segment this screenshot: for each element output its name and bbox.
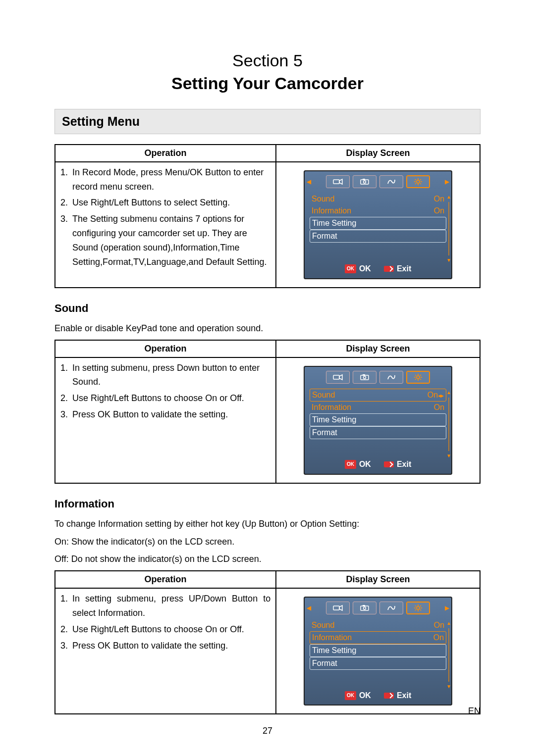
tab-effect-icon [379,602,403,614]
svg-line-11 [415,183,416,184]
scroll-indicator: ▲▼ [447,389,450,460]
svg-line-12 [420,179,421,180]
col-display: Display Screen [276,340,480,357]
lcd-ok: OKOK [345,262,371,275]
lcd-row-info: InformationOn [310,402,446,413]
svg-line-37 [415,609,416,610]
information-intro2: On: Show the indicator(s) on the LCD scr… [54,535,481,549]
information-table: Operation Display Screen 1.In setting su… [54,570,481,714]
information-heading: Information [54,498,481,510]
tab-camera-icon [353,371,376,384]
information-intro1: To change Information setting by either … [54,517,481,531]
nav-right-icon: ▶ [445,177,449,187]
svg-line-23 [420,379,421,380]
svg-line-10 [420,183,421,184]
svg-rect-26 [333,606,339,610]
svg-line-36 [420,609,421,610]
value-cycle-icon: ◂▸ [438,392,444,399]
lcd-information: ◀ ▶ SoundOn InformationOn Time Setting F… [304,597,452,706]
sound-heading: Sound [54,302,481,315]
tab-setting-icon [406,602,430,614]
setting-menu-heading: Setting Menu [54,109,481,134]
tab-effect-icon [379,175,403,188]
lcd-ok: OKOK [345,689,371,702]
svg-point-30 [417,606,420,609]
tab-movie-icon [326,602,350,614]
exit-icon [384,693,394,699]
svg-point-17 [417,376,420,379]
svg-line-35 [415,605,416,606]
setting-menu-table: Operation Display Screen 1.In Record Mod… [54,144,481,288]
tab-movie-icon [326,371,350,384]
lcd-row-time: Time Setting [310,413,446,426]
lcd-row-sound: SoundOn◂▸ [310,389,446,402]
svg-rect-13 [333,375,339,379]
information-ops: 1.In setting submenu, press UP/Down Butt… [55,588,276,714]
sound-intro: Enable or disable KeyPad tone and operat… [54,322,481,336]
lcd-row-format: Format [310,230,446,243]
svg-rect-3 [363,179,365,180]
svg-rect-16 [363,374,365,376]
sound-table: Operation Display Screen 1.In setting su… [54,340,481,484]
section-title: Setting Your Camcorder [171,74,364,93]
col-operation: Operation [55,571,276,588]
svg-point-28 [364,607,366,609]
tab-setting-icon [406,175,430,188]
lcd-row-time: Time Setting [310,217,446,230]
nav-right-icon: ▶ [445,604,449,613]
tab-effect-icon [379,371,403,384]
lcd-exit: Exit [384,262,411,275]
svg-line-24 [415,379,416,380]
setting-menu-display: ◀ ▶ SoundOn InformationOn Time Setting F… [276,162,480,288]
setting-menu-ops: 1.In Record Mode, press Menu/OK Button t… [55,162,276,288]
svg-line-22 [415,375,416,376]
svg-rect-29 [363,605,365,606]
tab-movie-icon [326,175,350,188]
lcd-row-info: InformationOn [310,205,446,217]
sound-display: SoundOn◂▸ InformationOn Time Setting For… [276,357,480,483]
exit-icon [384,461,394,467]
svg-line-9 [415,179,416,180]
scroll-indicator: ▲▼ [447,619,450,691]
col-operation: Operation [55,340,276,357]
svg-point-15 [364,376,366,379]
col-display: Display Screen [276,571,480,588]
lcd-row-format: Format [310,426,446,439]
sound-ops: 1.In setting submenu, press Down button … [55,357,276,483]
lcd-row-time: Time Setting [310,644,446,657]
tab-camera-icon [353,602,376,614]
lcd-row-sound: SoundOn [310,619,446,631]
lcd-exit: Exit [384,689,411,702]
svg-line-38 [420,605,421,606]
tab-camera-icon [353,175,376,188]
svg-rect-0 [333,180,339,184]
nav-left-icon: ◀ [307,604,311,613]
information-intro3: Off: Do not show the indicator(s) on the… [54,553,481,566]
lcd-row-info: InformationOn [310,631,446,644]
col-operation: Operation [55,145,276,162]
lcd-setting-menu: ◀ ▶ SoundOn InformationOn Time Setting F… [304,170,452,279]
section-label: Section 5 [232,51,303,70]
lcd-row-format: Format [310,657,446,670]
lcd-ok: OKOK [345,458,371,471]
nav-left-icon: ◀ [307,177,311,187]
tab-setting-icon [406,371,430,384]
lcd-exit: Exit [384,458,411,471]
svg-point-2 [364,181,366,183]
lcd-sound: SoundOn◂▸ InformationOn Time Setting For… [304,366,452,475]
scroll-indicator: ▲▼ [447,193,450,264]
svg-point-4 [417,180,420,183]
col-display: Display Screen [276,145,480,162]
information-display: ◀ ▶ SoundOn InformationOn Time Setting F… [276,588,480,714]
lcd-row-sound: SoundOn [310,193,446,205]
page-language: EN [468,706,481,716]
page-number: 27 [0,726,535,736]
svg-line-25 [420,375,421,376]
exit-icon [384,266,394,272]
section-heading: Section 5 Setting Your Camcorder [54,50,481,95]
